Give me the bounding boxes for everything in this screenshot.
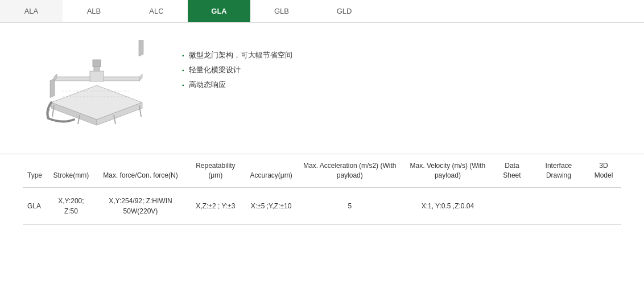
product-image-area — [34, 40, 159, 131]
col-header-interface: Interface Drawing — [531, 154, 586, 187]
svg-rect-10 — [93, 60, 101, 67]
table-section: TypeStroke(mm)Max. force/Con. force(N)Re… — [0, 154, 644, 242]
col-header-stroke: Stroke(mm) — [47, 154, 96, 187]
product-image — [40, 40, 154, 131]
specs-table: TypeStroke(mm)Max. force/Con. force(N)Re… — [23, 154, 621, 225]
col-header-type: Type — [23, 154, 47, 187]
product-section: 微型龙门架构，可大幅节省空间轻量化横梁设计高动态响应 — [0, 23, 644, 148]
col-header-force: Max. force/Con. force(N) — [96, 154, 185, 187]
tab-alc[interactable]: ALC — [125, 0, 188, 22]
col-header-accuracy: Accuracy(μm) — [246, 154, 297, 187]
tab-gld[interactable]: GLD — [313, 0, 375, 22]
col-header-repeatability: Repeatability (μm) — [185, 154, 245, 187]
cell-stroke: X,Y:200; Z:50 — [47, 187, 96, 224]
svg-rect-3 — [50, 79, 55, 98]
col-header-datasheet: Data Sheet — [493, 154, 531, 187]
cell-interface — [531, 187, 586, 224]
feature-item-1: 轻量化横梁设计 — [182, 63, 610, 77]
cell-model3d — [586, 187, 621, 224]
feature-item-0: 微型龙门架构，可大幅节省空间 — [182, 48, 610, 63]
cell-type: GLA — [23, 187, 47, 224]
col-header-velocity: Max. Velocity (m/s) (With payload) — [403, 154, 493, 187]
table-header: TypeStroke(mm)Max. force/Con. force(N)Re… — [23, 154, 621, 187]
table-body: GLAX,Y:200; Z:50X,Y:254/92; Z:HIWIN 50W(… — [23, 187, 621, 224]
cell-acceleration: 5 — [297, 187, 403, 224]
cell-velocity: X:1, Y:0.5 ,Z:0.04 — [403, 187, 493, 224]
header-row: TypeStroke(mm)Max. force/Con. force(N)Re… — [23, 154, 621, 187]
col-header-acceleration: Max. Acceleration (m/s2) (With payload) — [297, 154, 403, 187]
tab-alb[interactable]: ALB — [63, 0, 125, 22]
cell-accuracy: X:±5 ;Y,Z:±10 — [246, 187, 297, 224]
cell-repeatability: X,Z:±2 ; Y:±3 — [185, 187, 245, 224]
tab-bar: ALAALBALCGLAGLBGLD — [0, 0, 644, 23]
cell-datasheet — [493, 187, 531, 224]
col-header-model3d: 3D Model — [586, 154, 621, 187]
svg-rect-4 — [139, 40, 143, 56]
tab-gla[interactable]: GLA — [188, 0, 250, 22]
feature-item-2: 高动态响应 — [182, 77, 610, 92]
svg-marker-0 — [51, 85, 142, 120]
svg-rect-9 — [90, 71, 104, 81]
tab-glb[interactable]: GLB — [250, 0, 313, 22]
tab-ala[interactable]: ALA — [0, 0, 63, 22]
svg-marker-7 — [139, 74, 142, 81]
product-info: 微型龙门架构，可大幅节省空间轻量化横梁设计高动态响应 — [182, 40, 610, 92]
product-features: 微型龙门架构，可大幅节省空间轻量化横梁设计高动态响应 — [182, 48, 610, 92]
cell-force: X,Y:254/92; Z:HIWIN 50W(220V) — [96, 187, 185, 224]
table-row-0: GLAX,Y:200; Z:50X,Y:254/92; Z:HIWIN 50W(… — [23, 187, 621, 224]
